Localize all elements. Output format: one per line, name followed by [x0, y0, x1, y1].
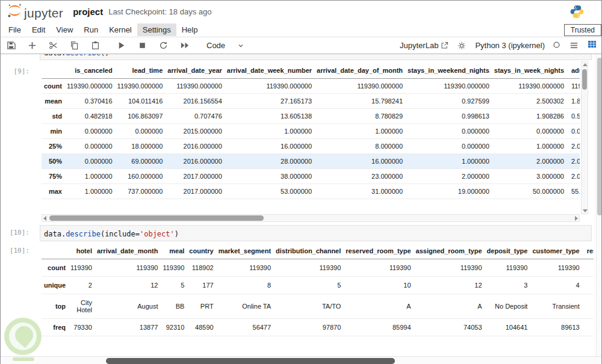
cell-value: 2017.000000 — [165, 169, 225, 184]
cell-value: 38.000000 — [225, 169, 314, 184]
cell-value: 119390.000000 — [225, 79, 314, 94]
column-header: customer_type — [530, 242, 582, 259]
jupyterlab-link[interactable]: JupyterLab — [400, 41, 448, 50]
cell-value: 2.000000 — [492, 154, 566, 169]
jupyter-planet-icon — [7, 2, 23, 21]
cell-value: Online TA — [216, 294, 273, 319]
scroll-left-arrow-icon[interactable] — [43, 216, 46, 221]
menu-bar: File Edit View Run Kernel Settings Help … — [1, 23, 601, 37]
copy-cells-button[interactable] — [69, 40, 80, 51]
output-9-horizontal-scrollbar[interactable] — [42, 214, 580, 222]
panel-grid-icon[interactable] — [588, 40, 597, 51]
row-label: 75% — [42, 169, 64, 184]
cell-value: 2.500302 — [492, 94, 566, 109]
cell-value: 0.000000 — [115, 124, 166, 139]
cell-value: 119390.000000 — [405, 79, 492, 94]
cell-value: 1.000000 — [405, 154, 492, 169]
insert-cell-button[interactable] — [26, 40, 38, 51]
cell-10-input[interactable]: data.describe(include='object') — [40, 225, 592, 241]
output-9-vertical-scrollbar[interactable] — [581, 61, 588, 214]
hamburger-menu-button[interactable] — [568, 40, 580, 51]
cell-value: 0.000000 — [64, 154, 115, 169]
cell-value: BB — [160, 294, 187, 319]
column-header — [42, 61, 64, 79]
cell-value: 1.908286 — [492, 109, 566, 124]
cell-value: 119390.000000 — [165, 79, 225, 94]
row-label: mean — [42, 94, 64, 109]
notebook-title[interactable]: project — [73, 7, 103, 17]
checkpoint-text: Last Checkpoint: 18 days ago — [108, 7, 211, 16]
save-button[interactable] — [5, 40, 17, 51]
cell-value: 119390.000000 — [64, 79, 115, 94]
cell-value: 2016.000000 — [165, 154, 225, 169]
notebook-area: data.describe() [9]: is_canceledlead_tim… — [1, 54, 601, 364]
describe-object-table: hotelarrival_date_monthmealcountrymarket… — [42, 242, 594, 336]
page-vertical-scroll-thumb[interactable] — [597, 58, 601, 215]
cell-value: 5 — [160, 277, 187, 294]
menu-settings[interactable]: Settings — [137, 23, 176, 36]
cell-value — [582, 294, 594, 319]
run-cell-button[interactable] — [116, 40, 127, 51]
cell-9-input-clipped[interactable]: data.describe() — [40, 54, 592, 60]
page-horizontal-scroll-thumb[interactable] — [106, 358, 395, 364]
cell-value: 18.000000 — [115, 139, 166, 154]
column-header: arrival_date_day_of_month — [314, 61, 405, 79]
cell-value: 1.000000 — [225, 124, 314, 139]
scroll-right-arrow-icon[interactable] — [575, 216, 578, 221]
cell-type-value: Code — [206, 41, 225, 50]
menu-help[interactable]: Help — [176, 23, 203, 36]
menu-edit[interactable]: Edit — [26, 23, 51, 36]
cell-value: 48590 — [187, 319, 216, 336]
settings-gear-button[interactable] — [456, 41, 467, 51]
cell-type-dropdown[interactable]: Code — [206, 41, 244, 50]
row-label: min — [42, 124, 64, 139]
cell-value: 0.998613 — [405, 109, 492, 124]
page-horizontal-scrollbar[interactable] — [1, 356, 601, 364]
cell-value: 8 — [216, 277, 273, 294]
output-10-table-container: hotelarrival_date_monthmealcountrymarket… — [42, 242, 594, 355]
scroll-down-arrow-icon[interactable] — [583, 209, 588, 212]
cell-value: 119390 — [273, 259, 343, 277]
kernel-name[interactable]: Python 3 (ipykernel) — [475, 41, 545, 50]
menu-view[interactable]: View — [51, 23, 78, 36]
table-row: unique212517785101234 — [42, 277, 594, 294]
cell-value: 2 — [68, 277, 95, 294]
menu-kernel[interactable]: Kernel — [104, 23, 137, 36]
horizontal-scroll-thumb[interactable] — [49, 215, 264, 221]
notebook-toolbar: Code JupyterLab Python 3 (ipykernel) — [1, 37, 601, 54]
row-label: count — [42, 79, 64, 94]
jupyter-logo[interactable]: jupyter — [7, 2, 63, 21]
paste-cells-button[interactable] — [90, 40, 101, 51]
table-header-row: is_canceledlead_timearrival_date_yeararr… — [42, 61, 580, 79]
restart-icon — [159, 41, 168, 50]
paste-icon — [91, 41, 100, 50]
chevron-down-icon — [237, 42, 244, 49]
interrupt-kernel-button[interactable] — [137, 40, 148, 51]
menu-file[interactable]: File — [3, 23, 26, 36]
vertical-scroll-thumb[interactable] — [582, 69, 587, 90]
cell-value: 0.00 — [566, 124, 580, 139]
trusted-button[interactable]: Trusted — [564, 24, 601, 36]
cell-value: 2.00 — [566, 139, 580, 154]
cell-value — [582, 277, 594, 294]
scroll-up-arrow-icon[interactable] — [583, 63, 588, 66]
cell-value: PRT — [187, 294, 216, 319]
cell-value: 2016.000000 — [165, 139, 225, 154]
table-row: count11939011939011939011890211939011939… — [42, 259, 594, 277]
cell-value: 119390 — [343, 259, 413, 277]
cell-value: 50.000000 — [492, 184, 566, 199]
menu-run[interactable]: Run — [78, 23, 104, 36]
row-label: top — [42, 294, 68, 319]
top-bar: jupyter project Last Checkpoint: 18 days… — [1, 1, 601, 23]
page-vertical-scrollbar[interactable] — [596, 54, 601, 356]
restart-kernel-button[interactable] — [158, 40, 169, 51]
cell-value: City Hotel — [68, 294, 95, 319]
cell-10-code: data.describe(include='object') — [44, 230, 179, 238]
output-prompt-10: [10]: — [1, 247, 29, 254]
cell-value: 16.000000 — [225, 139, 314, 154]
cell-value: 0.370416 — [64, 94, 115, 109]
column-header: arrival_date_week_number — [225, 61, 314, 79]
column-header: reserved_room_type — [343, 242, 413, 259]
cut-cells-button[interactable] — [48, 40, 59, 51]
restart-run-all-button[interactable] — [179, 40, 191, 51]
